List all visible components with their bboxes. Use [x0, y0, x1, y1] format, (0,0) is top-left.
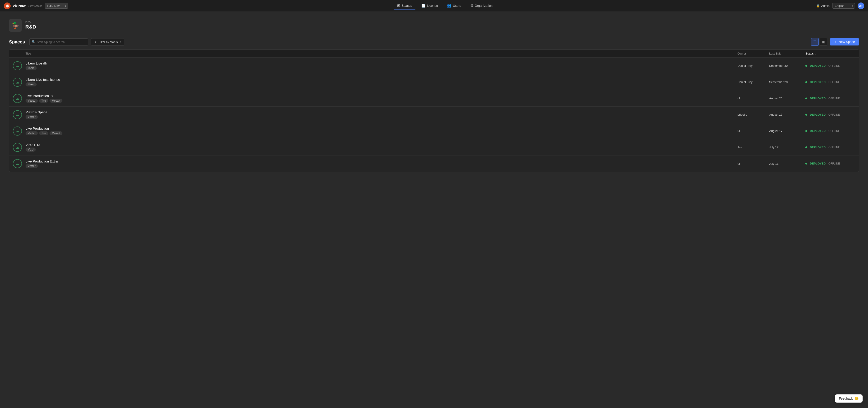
status-dot — [805, 97, 807, 99]
user-avatar[interactable]: WF — [858, 2, 864, 9]
table-row[interactable]: ☁ Live Production ⋖ Vectar Trio Mosart u… — [9, 90, 859, 107]
status-dot — [805, 146, 807, 148]
row-title-info: Pietro's Space Vectar — [26, 110, 47, 119]
space-owner: uli — [738, 162, 769, 166]
col-header-status[interactable]: Status ↓ — [805, 52, 855, 55]
share-icon: ⋖ — [51, 94, 53, 97]
status-deployed: DEPLOYED — [810, 64, 826, 67]
space-name: Live Production ⋖ — [26, 94, 62, 98]
space-last-edit: August 25 — [769, 97, 805, 100]
space-last-edit: September 30 — [769, 64, 805, 67]
status-offline: OFFLINE — [829, 81, 840, 84]
env-selector[interactable]: R&D Dev Production Staging — [45, 3, 68, 9]
space-name: VizU 1.13 — [26, 143, 40, 147]
status-deployed: DEPLOYED — [810, 162, 826, 165]
table-row[interactable]: ☁ VizU 1.13 VizU tbo July 12 DEPLOYED OF… — [9, 139, 859, 155]
space-status: DEPLOYED OFFLINE — [805, 113, 855, 116]
filter-by-status-button[interactable]: ⧩ Filter by status ▾ — [91, 38, 124, 46]
space-tags: Vectar Trio Mosart — [26, 99, 62, 103]
col-header-owner: Owner — [738, 52, 769, 55]
filter-chevron-icon: ▾ — [120, 40, 121, 43]
space-icon: ☁ — [13, 159, 22, 168]
space-last-edit: August 17 — [769, 129, 805, 133]
access-label: Early Access — [28, 4, 42, 7]
space-icon: ☁ — [13, 110, 22, 119]
tag: Vectar — [26, 115, 38, 119]
status-dot — [805, 163, 807, 165]
sort-icon: ↓ — [815, 52, 816, 55]
space-status: DEPLOYED OFFLINE — [805, 97, 855, 100]
space-name: Libero Live test license — [26, 78, 60, 82]
app-logo — [4, 2, 11, 9]
nav-center: ⊞ Spaces 📄 License 👥 Users ⚙ Organizatio… — [73, 2, 816, 9]
space-tags: Vectar Trio Mosart — [26, 131, 62, 135]
grid-view-button[interactable]: ⊞ — [819, 38, 827, 46]
status-offline: OFFLINE — [829, 113, 840, 116]
main-content: 🦆 Dev R&D Spaces 🔍 ⧩ Filter by status ▾ … — [0, 12, 868, 179]
spaces-icon: ⊞ — [397, 3, 400, 8]
status-offline: OFFLINE — [829, 162, 840, 165]
status-deployed: DEPLOYED — [810, 129, 826, 133]
table-row[interactable]: ☁ Live Production Extra Vectar uli July … — [9, 155, 859, 172]
status-deployed: DEPLOYED — [810, 81, 826, 84]
tag: Trio — [39, 131, 48, 135]
nav-item-spaces[interactable]: ⊞ Spaces — [394, 2, 416, 9]
table-row[interactable]: ☁ Libero Live dfr libero Daniel Frey Sep… — [9, 58, 859, 74]
nav-item-users[interactable]: 👥 Users — [443, 2, 465, 9]
search-icon: 🔍 — [32, 40, 35, 44]
org-label: Dev — [25, 21, 36, 24]
table-row[interactable]: ☁ Pietro's Space Vectar pribeiro August … — [9, 107, 859, 123]
language-selector-wrap[interactable]: English Deutsch Français — [832, 3, 855, 9]
row-title-cell: Live Production Extra Vectar — [26, 159, 738, 168]
language-selector[interactable]: English Deutsch Français — [832, 3, 855, 9]
nav-right: 🔒 Admin English Deutsch Français WF — [816, 2, 864, 9]
new-space-button[interactable]: ＋ New Space — [830, 38, 859, 46]
row-title-info: Libero Live test license libero — [26, 78, 60, 86]
tag: Vectar — [26, 99, 38, 103]
org-name-block: Dev R&D — [25, 21, 36, 30]
status-offline: OFFLINE — [829, 129, 840, 133]
brand: Viz Now Early Access — [4, 2, 42, 9]
space-owner: tbo — [738, 146, 769, 149]
tag: libero — [26, 66, 37, 70]
space-icon: ☁ — [13, 143, 22, 152]
tag: Mosart — [50, 131, 62, 135]
spaces-page-title: Spaces — [9, 39, 25, 45]
space-status: DEPLOYED OFFLINE — [805, 81, 855, 84]
users-icon: 👥 — [447, 3, 452, 8]
space-status: DEPLOYED OFFLINE — [805, 64, 855, 67]
tag: Trio — [39, 99, 48, 103]
search-input[interactable] — [29, 38, 88, 46]
org-title: R&D — [25, 24, 36, 30]
nav-item-license[interactable]: 📄 License — [417, 2, 441, 9]
org-logo: 🦆 — [9, 19, 22, 32]
status-deployed: DEPLOYED — [810, 113, 826, 116]
nav-item-organization[interactable]: ⚙ Organization — [467, 2, 496, 9]
feedback-button[interactable]: Feedback 😊 — [835, 395, 863, 403]
space-icon: ☁ — [13, 94, 22, 103]
status-dot — [805, 65, 807, 67]
status-offline: OFFLINE — [829, 64, 840, 67]
status-dot — [805, 81, 807, 83]
status-deployed: DEPLOYED — [810, 97, 826, 100]
license-icon: 📄 — [421, 3, 426, 8]
org-header: 🦆 Dev R&D — [9, 19, 859, 32]
space-icon: ☁ — [13, 126, 22, 136]
space-last-edit: September 28 — [769, 80, 805, 84]
spaces-toolbar: Spaces 🔍 ⧩ Filter by status ▾ ☰ ⊞ ＋ New … — [9, 38, 859, 46]
space-name: Live Production — [26, 126, 62, 130]
space-owner: uli — [738, 129, 769, 133]
space-status: DEPLOYED OFFLINE — [805, 162, 855, 165]
table-row[interactable]: ☁ Libero Live test license libero Daniel… — [9, 74, 859, 90]
row-title-cell: Live Production ⋖ Vectar Trio Mosart — [26, 94, 738, 103]
space-tags: Vectar — [26, 115, 47, 119]
space-name: Live Production Extra — [26, 159, 58, 163]
list-view-button[interactable]: ☰ — [811, 38, 819, 46]
col-header-title: Title — [26, 52, 738, 55]
space-status: DEPLOYED OFFLINE — [805, 146, 855, 149]
table-row[interactable]: ☁ Live Production Vectar Trio Mosart uli… — [9, 123, 859, 139]
space-last-edit: August 17 — [769, 113, 805, 116]
search-wrap: 🔍 — [29, 38, 88, 46]
status-offline: OFFLINE — [829, 146, 840, 149]
env-selector-wrap[interactable]: R&D Dev Production Staging — [45, 3, 68, 9]
